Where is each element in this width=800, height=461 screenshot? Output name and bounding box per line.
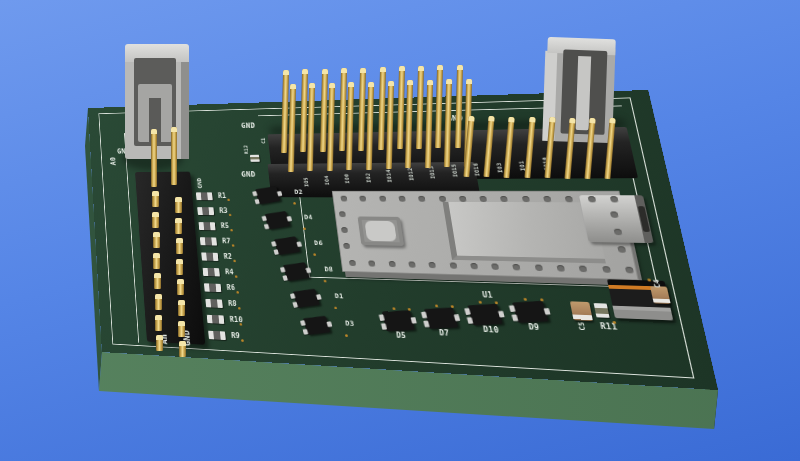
header-pin xyxy=(307,83,315,171)
header-pin xyxy=(524,117,535,178)
header-pin xyxy=(327,83,335,171)
header-pin xyxy=(153,232,160,248)
header-pin xyxy=(153,253,160,269)
header-pin xyxy=(175,197,182,213)
header-pin xyxy=(444,79,452,167)
header-pin xyxy=(176,259,183,275)
header-pin xyxy=(366,82,374,170)
header-pin xyxy=(385,81,393,169)
header-pin xyxy=(346,82,354,170)
header-pin xyxy=(605,118,616,179)
header-pin xyxy=(544,117,555,178)
header-pin xyxy=(178,300,185,316)
header-pin xyxy=(377,67,385,150)
pin-field xyxy=(0,0,800,461)
header-pin xyxy=(397,66,405,149)
header-pin xyxy=(178,321,185,337)
header-pin xyxy=(177,279,184,295)
pcb-3d-viewport[interactable]: GND +5V A0 An GND GND GND C1 R12 GND GND… xyxy=(0,0,800,461)
header-pin xyxy=(435,65,443,148)
header-pin xyxy=(339,68,347,151)
header-pin xyxy=(154,273,161,289)
header-pin xyxy=(155,315,162,331)
header-pin xyxy=(358,68,366,151)
header-pin xyxy=(281,70,289,153)
header-pin xyxy=(171,127,178,185)
header-pin xyxy=(179,341,186,357)
header-pin xyxy=(320,69,328,152)
header-pin xyxy=(156,335,163,351)
header-pin xyxy=(155,294,162,310)
header-pin xyxy=(152,191,159,207)
header-pin xyxy=(484,116,495,177)
header-pin xyxy=(455,65,463,148)
header-pin xyxy=(287,84,295,172)
header-pin xyxy=(564,117,575,178)
header-pin xyxy=(425,80,433,168)
header-pin xyxy=(176,238,183,254)
header-pin xyxy=(504,116,515,177)
header-pin xyxy=(416,66,424,149)
component-overlay xyxy=(0,0,800,461)
header-pin xyxy=(585,118,596,179)
header-pin xyxy=(175,218,182,234)
header-pin xyxy=(405,80,413,168)
header-pin xyxy=(152,212,159,228)
header-pin xyxy=(151,129,158,187)
